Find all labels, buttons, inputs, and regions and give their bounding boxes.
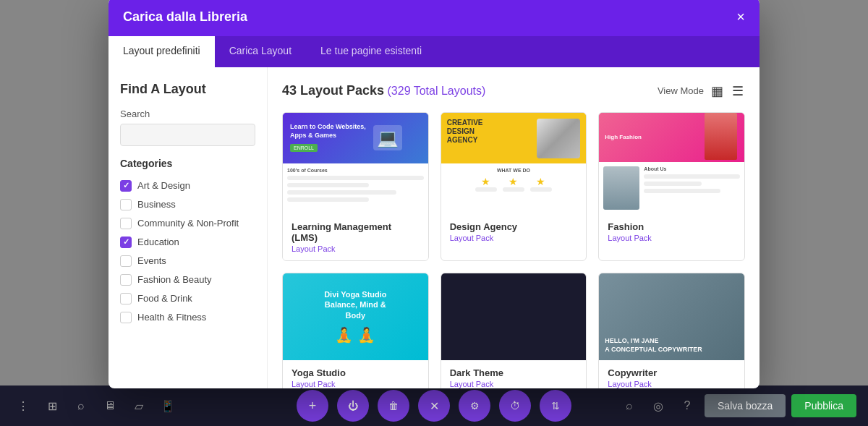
card-preview-lms: Learn to Code Websites,Apps & Games ENRO… [283, 113, 428, 214]
category-fashion-checkbox[interactable] [120, 274, 132, 286]
toolbar-close-button[interactable]: ✕ [418, 390, 450, 422]
fashion-row-1 [644, 174, 740, 179]
card-info-dark: Dark Theme Layout Pack [441, 360, 587, 388]
toolbar-menu-icon[interactable]: ⋮ [12, 394, 35, 417]
card-info-agency: Design Agency Layout Pack [441, 214, 587, 250]
card-info-lms: Learning Management (LMS) Layout Pack [283, 214, 428, 260]
layout-card-fashion[interactable]: High Fashion About Us [598, 112, 745, 261]
lms-row-4 [287, 197, 369, 202]
card-type-lms: Layout Pack [292, 244, 420, 253]
card-type-agency: Layout Pack [450, 234, 578, 242]
category-events-label: Events [137, 255, 166, 266]
card-preview-yoga: Divi Yoga StudioBalance, Mind &Body 🧘 🧘 [283, 273, 428, 360]
category-food-checkbox[interactable] [120, 293, 132, 304]
category-business[interactable]: Business [120, 195, 255, 214]
agency-row-3 [530, 187, 552, 192]
toolbar-desktop-icon[interactable]: 🖥 [98, 394, 122, 417]
tab-existing-pages[interactable]: Le tue pagine esistenti [306, 36, 436, 67]
toolbar-add-button[interactable]: + [297, 390, 328, 422]
category-food[interactable]: Food & Drink [120, 289, 255, 308]
agency-hero-left: CREATIVEDESIGNAGENCY [447, 119, 483, 145]
card-name-dark: Dark Theme [450, 367, 578, 378]
modal-header: Carica dalla Libreria × [109, 0, 760, 36]
agency-hero-image [537, 119, 580, 158]
category-fashion[interactable]: Fashion & Beauty [120, 270, 255, 289]
search-input[interactable] [120, 124, 255, 146]
modal-body: Find A Layout Search Categories Art & De… [109, 67, 760, 388]
fashion-row-3 [644, 189, 720, 193]
card-name-yoga: Yoga Studio [292, 367, 420, 378]
layout-card-copywriter[interactable]: HELLO, I'M JANEA CONCEPTUAL COPYWRITER C… [598, 273, 745, 388]
agency-content: WHAT WE DO ★ ★ [441, 163, 587, 214]
fashion-hero: High Fashion [599, 113, 744, 162]
fashion-content-person [603, 166, 639, 210]
category-business-checkbox[interactable] [120, 199, 132, 210]
fashion-content: About Us [599, 162, 744, 214]
toolbar-search-icon[interactable]: ⌕ [69, 394, 93, 417]
save-draft-button[interactable]: Salva bozza [705, 394, 786, 417]
agency-photo [537, 119, 580, 158]
category-education[interactable]: Education [120, 233, 255, 252]
yoga-figure-1: 🧘 [335, 326, 353, 344]
categories-title: Categories [120, 158, 255, 169]
search-label: Search [120, 108, 255, 119]
publish-button[interactable]: Pubblica [791, 394, 856, 417]
modal-dialog: Carica dalla Libreria × Layout predefini… [109, 0, 760, 388]
layout-card-yoga[interactable]: Divi Yoga StudioBalance, Mind &Body 🧘 🧘 … [282, 273, 429, 388]
toolbar-settings-button[interactable]: ⚙ [459, 390, 490, 422]
category-fashion-label: Fashion & Beauty [137, 274, 212, 285]
main-content: 43 Layout Packs (329 Total Layouts) View… [268, 67, 760, 388]
category-events[interactable]: Events [120, 252, 255, 270]
toolbar-layers-icon[interactable]: ◎ [647, 394, 670, 417]
agency-hero: CREATIVEDESIGNAGENCY [441, 113, 587, 163]
category-community-checkbox[interactable] [120, 218, 132, 229]
category-events-checkbox[interactable] [120, 255, 132, 267]
grid-view-button[interactable]: ▦ [710, 82, 725, 101]
tab-predefined-layouts[interactable]: Layout predefiniti [109, 36, 215, 67]
layout-packs-count: 43 Layout Packs [282, 83, 384, 98]
category-art-design[interactable]: Art & Design [120, 176, 255, 195]
card-name-lms: Learning Management (LMS) [292, 221, 420, 243]
layout-card-dark[interactable]: Dark Theme Layout Pack [441, 273, 587, 388]
list-view-button[interactable]: ☰ [731, 82, 745, 101]
card-info-fashion: Fashion Layout Pack [599, 214, 744, 250]
modal-close-button[interactable]: × [736, 9, 745, 24]
category-health-label: Health & Fitness [137, 312, 206, 323]
card-preview-dark [441, 273, 587, 360]
toolbar-tablet-icon[interactable]: ▱ [127, 394, 150, 417]
category-education-checkbox[interactable] [120, 237, 132, 248]
toolbar-mobile-icon[interactable]: 📱 [156, 394, 179, 417]
toolbar-power-button[interactable]: ⏻ [337, 390, 369, 422]
toolbar-search-right-icon[interactable]: ⌕ [618, 394, 641, 417]
fashion-about: About Us [644, 166, 740, 171]
toolbar-help-icon[interactable]: ? [676, 394, 699, 417]
tab-upload-layout[interactable]: Carica Layout [215, 36, 306, 67]
toolbar-center-group: + ⏻ 🗑 ✕ ⚙ ⏱ ⇅ [297, 390, 571, 422]
yoga-preview: Divi Yoga StudioBalance, Mind &Body 🧘 🧘 [283, 273, 428, 360]
layout-card-agency[interactable]: CREATIVEDESIGNAGENCY WHAT WE DO [441, 112, 587, 261]
lms-row-1 [287, 176, 424, 180]
layout-card-lms[interactable]: Learn to Code Websites,Apps & Games ENRO… [282, 112, 429, 261]
toolbar-sort-button[interactable]: ⇅ [540, 390, 571, 422]
toolbar-right-group: ⌕ ◎ ? Salva bozza Pubblica [618, 394, 856, 417]
layout-grid: Learn to Code Websites,Apps & Games ENRO… [282, 112, 745, 388]
card-type-fashion: Layout Pack [608, 234, 736, 242]
card-type-dark: Layout Pack [450, 380, 578, 388]
category-art-design-checkbox[interactable] [120, 180, 132, 192]
fashion-row-2 [644, 182, 702, 186]
agency-services: ★ ★ ★ [446, 176, 582, 195]
card-type-copywriter: Layout Pack [608, 380, 736, 388]
fashion-text-col: About Us [644, 166, 740, 210]
category-health[interactable]: Health & Fitness [120, 308, 255, 327]
total-layouts-count: (329 Total Layouts) [388, 85, 486, 97]
copywriter-preview: HELLO, I'M JANEA CONCEPTUAL COPYWRITER [599, 273, 744, 360]
card-preview-fashion: High Fashion About Us [599, 113, 744, 214]
category-community[interactable]: Community & Non-Profit [120, 214, 255, 233]
agency-what-we-do: WHAT WE DO [446, 168, 582, 173]
toolbar-trash-button[interactable]: 🗑 [378, 390, 409, 422]
toolbar-layout-icon[interactable]: ⊞ [41, 394, 64, 417]
lms-hero-text: Learn to Code Websites,Apps & Games ENRO… [290, 123, 366, 153]
category-health-checkbox[interactable] [120, 312, 132, 323]
agency-service-1: ★ [475, 176, 497, 195]
toolbar-timer-button[interactable]: ⏱ [499, 390, 531, 422]
